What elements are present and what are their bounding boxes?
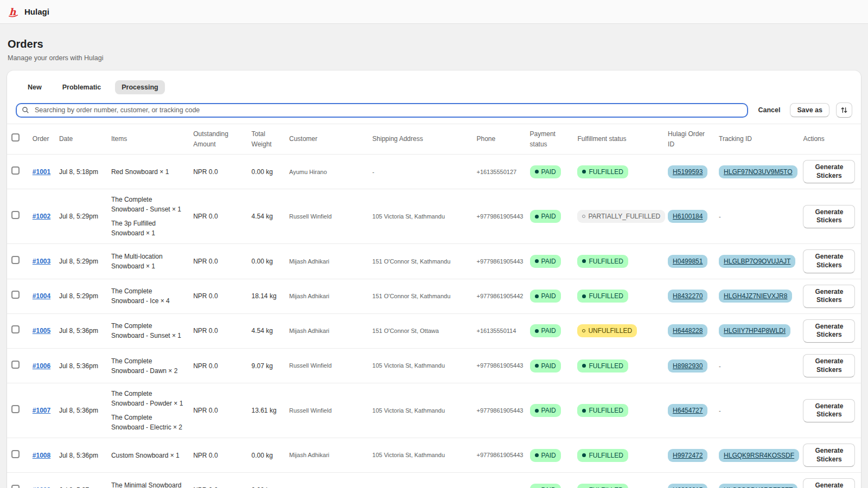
sort-button[interactable] [836,102,852,118]
row-checkbox-cell [7,244,28,279]
shipping-address-cell: 105 Victoria St, Kathmandu [368,348,472,383]
order-cell: #1005 [28,313,55,348]
outstanding-amount-cell: NPR 0.0 [189,189,247,244]
tracking-id-link[interactable]: HLGIIY7HP4P8WLDI [719,324,790,337]
tracking-id-link[interactable]: HLGF97NO3UV9M5TO [719,165,797,178]
row-checkbox[interactable] [11,325,20,333]
hulagi-order-id-cell: H6226215 [663,473,714,488]
total-weight-cell: 0.00 kg [247,473,285,488]
customer-cell: Russell Winfield [285,383,368,438]
fulfillment-status-cell: FULFILLED [573,244,663,279]
hulagi-order-id-link[interactable]: H9972472 [668,449,707,462]
date-cell: Jul 8, 5:18pm [55,155,107,189]
status-dot-icon [582,259,586,263]
date-cell: Jul 8, 5:29pm [55,279,107,313]
total-weight-cell: 4.54 kg [247,313,285,348]
row-checkbox[interactable] [11,485,20,488]
status-badge: FULFILLED [577,255,628,268]
tracking-id-link[interactable]: HLGLBP7O9OVUJAJT [719,255,795,268]
fulfillment-status-cell: UNFULFILLED [573,313,663,348]
status-dot-icon [535,259,539,263]
generate-stickers-button[interactable]: Generate Stickers [803,478,855,488]
item-line: Red Snowboard × 1 [111,167,184,177]
hulagi-order-id-link[interactable]: H6448228 [668,324,707,337]
row-checkbox[interactable] [11,211,20,219]
payment-status-cell: PAID [526,348,573,383]
generate-stickers-button[interactable]: Generate Stickers [803,354,855,377]
shipping-address-cell: 105 Victoria St, Kathmandu [368,438,472,473]
tab-processing[interactable]: Processing [115,80,164,94]
generate-stickers-button[interactable]: Generate Stickers [803,160,855,183]
order-link[interactable]: #1001 [33,168,50,176]
tracking-empty: - [719,213,721,220]
customer-cell: Russell Winfield [285,189,368,244]
fulfillment-status-cell: FULFILLED [573,348,663,383]
row-checkbox[interactable] [11,256,20,264]
generate-stickers-button[interactable]: Generate Stickers [803,444,855,467]
orders-table: OrderDateItemsOutstanding AmountTotal We… [7,124,861,488]
hulagi-order-id-link[interactable]: H6100184 [668,210,707,223]
customer-cell: Mijash Adhikari [285,438,368,473]
status-badge: PAID [530,359,561,373]
search-input[interactable] [34,106,742,114]
tab-problematic[interactable]: Problematic [56,80,108,94]
generate-stickers-button[interactable]: Generate Stickers [803,399,855,422]
item-line: The Complete Snowboard - Powder × 1 [111,389,184,408]
customer-cell: Ayumu Hirano [285,155,368,189]
order-link[interactable]: #1007 [33,407,50,414]
hulagi-order-id-cell: H8432270 [663,279,714,313]
hulagi-order-id-link[interactable]: H5199593 [668,165,707,178]
order-link[interactable]: #1008 [33,452,50,459]
fulfillment-status-cell: FULFILLED [573,155,663,189]
select-all-checkbox[interactable] [11,133,20,142]
row-checkbox[interactable] [11,291,20,299]
tracking-empty: - [719,363,721,369]
column-header-tracking-id: Tracking ID [714,124,799,155]
order-link[interactable]: #1002 [33,213,50,220]
tracking-id-link[interactable]: HLGSSODU9RPFB5ZT [719,484,797,488]
hulagi-order-id-link[interactable]: H0499851 [668,255,707,268]
status-badge: FULFILLED [577,404,628,417]
generate-stickers-button[interactable]: Generate Stickers [803,319,855,343]
cancel-button[interactable]: Cancel [755,104,783,116]
generate-stickers-button[interactable]: Generate Stickers [803,205,855,228]
column-header-date: Date [55,124,107,155]
hulagi-order-id-link[interactable]: H8982930 [668,359,707,373]
table-row: #1004Jul 8, 5:29pmThe Complete Snowboard… [7,279,861,313]
hulagi-order-id-link[interactable]: H6226215 [668,484,707,488]
column-header-total-weight: Total Weight [247,124,285,155]
tab-new[interactable]: New [21,80,48,94]
item-line: The 3p Fulfilled Snowboard × 1 [111,219,184,238]
phone-cell: +16135550127 [472,155,525,189]
actions-cell: Generate Stickers [799,244,861,279]
generate-stickers-button[interactable]: Generate Stickers [803,249,855,273]
status-badge: PAID [530,210,561,223]
order-link[interactable]: #1005 [33,327,50,335]
order-link[interactable]: #1003 [33,258,50,265]
search-box[interactable] [16,103,748,118]
row-checkbox-cell [7,189,28,244]
status-label: PAID [541,211,556,221]
tracking-id-link[interactable]: HLGQK9RSR4KOSSDF [719,449,799,462]
column-header-phone: Phone [472,124,525,155]
svg-text:h: h [9,6,16,17]
customer-cell: Russell Winfield [285,348,368,383]
hulagi-order-id-link[interactable]: H8432270 [668,290,707,303]
status-label: PARTIALLY_FULFILLED [588,211,660,221]
items-cell: The Complete Snowboard - Sunset × 1The 3… [107,189,189,244]
tracking-id-link[interactable]: HLGH4JZ7NIEVXJR8 [719,290,792,303]
row-checkbox[interactable] [11,450,20,458]
hulagi-order-id-link[interactable]: H6454727 [668,404,707,417]
status-label: FULFILLED [589,291,623,301]
save-as-button[interactable]: Save as [790,103,829,117]
item-line: The Complete Snowboard - Sunset × 1 [111,195,184,214]
row-checkbox[interactable] [11,405,20,413]
total-weight-cell: 0.00 kg [247,244,285,279]
order-link[interactable]: #1004 [33,292,50,300]
phone-cell: +9779861905443 [472,383,525,438]
order-link[interactable]: #1006 [33,362,50,370]
row-checkbox[interactable] [11,166,20,175]
row-checkbox[interactable] [11,361,20,369]
generate-stickers-button[interactable]: Generate Stickers [803,285,855,308]
hulagi-order-id-cell: H9972472 [663,438,714,473]
